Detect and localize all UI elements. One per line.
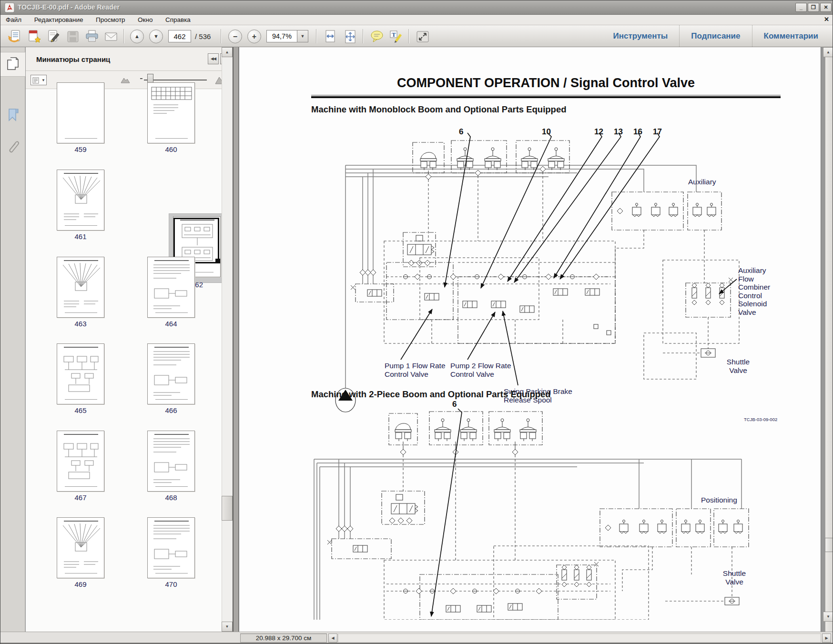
thumbnails-scrollbar-thumb[interactable] bbox=[222, 496, 233, 521]
section2-heading: Machine with 2-Piece Boom and Optional P… bbox=[311, 389, 551, 400]
thumbnail-number: 464 bbox=[147, 320, 195, 328]
callout-12: 12 bbox=[594, 127, 603, 137]
menu-help[interactable]: Справка bbox=[160, 15, 196, 25]
label-pump2-flow-rate: Pump 2 Flow Rate Control Valve bbox=[450, 362, 511, 378]
thumbnail-number: 466 bbox=[147, 406, 195, 414]
toolbar-right-tabs: Инструменты Подписание Комментарии bbox=[602, 25, 830, 47]
thumbnails-scroll-down-button[interactable]: ▼ bbox=[222, 622, 233, 632]
label-aux-flow-combiner: Auxiliary Flow Combiner Control Solenoid… bbox=[738, 266, 770, 316]
thumbnail-page-461[interactable]: 461 bbox=[57, 170, 104, 241]
page-size-indicator: 20.988 x 29.700 см bbox=[240, 634, 327, 643]
status-bar: 20.988 x 29.700 см ◀ ▶ bbox=[0, 632, 833, 644]
sign-document-button[interactable] bbox=[46, 29, 61, 44]
tab-comment[interactable]: Комментарии bbox=[752, 25, 830, 47]
thumbnails-scroll-up-button[interactable]: ▲ bbox=[222, 47, 233, 57]
thumbnail-page-459[interactable]: 459 bbox=[57, 82, 104, 153]
thumbnail-page-467[interactable]: 467 bbox=[57, 431, 104, 502]
pdf-page-462: COMPONENT OPERATION / Signal Control Val… bbox=[239, 47, 821, 632]
fit-page-button[interactable] bbox=[343, 29, 358, 44]
adobe-reader-icon bbox=[4, 2, 15, 13]
zoom-level-input[interactable] bbox=[266, 30, 297, 42]
document-scroll-up-button[interactable]: ▲ bbox=[823, 47, 833, 57]
reduce-thumbnails-icon[interactable] bbox=[120, 76, 131, 84]
document-title: COMPONENT OPERATION / Signal Control Val… bbox=[311, 76, 781, 91]
save-button[interactable] bbox=[65, 29, 81, 44]
panel-title: Миниатюры страниц bbox=[36, 55, 110, 63]
thumbnail-number: 463 bbox=[57, 320, 104, 328]
attachments-icon[interactable] bbox=[6, 139, 20, 155]
thumbnail-number: 459 bbox=[57, 145, 104, 153]
label-shuttle-valve-2: Shuttle Valve bbox=[715, 569, 753, 586]
label-auxiliary: Auxiliary bbox=[688, 178, 716, 186]
bookmarks-icon[interactable] bbox=[6, 107, 20, 123]
thumbnail-number: 468 bbox=[147, 493, 195, 502]
thumbnails-scrollbar[interactable] bbox=[222, 47, 233, 632]
window-title: TOCJB-E-00.pdf - Adobe Reader bbox=[18, 3, 120, 11]
svg-text:T: T bbox=[392, 31, 396, 38]
minimize-button[interactable]: _ bbox=[795, 3, 807, 12]
thumbnail-page-470[interactable]: 470 bbox=[147, 517, 195, 588]
document-close-icon[interactable]: ✕ bbox=[824, 16, 829, 23]
menu-window[interactable]: Окно bbox=[132, 15, 158, 25]
callout-17: 17 bbox=[653, 127, 662, 137]
menu-file[interactable]: Файл bbox=[0, 15, 27, 25]
create-pdf-button[interactable] bbox=[26, 29, 41, 44]
thumbnail-number: 467 bbox=[57, 493, 104, 502]
page-total-label: / 536 bbox=[195, 32, 211, 40]
fit-width-button[interactable] bbox=[323, 29, 338, 44]
highlight-text-button[interactable]: T bbox=[388, 29, 404, 44]
print-button[interactable] bbox=[84, 29, 100, 44]
comment-button[interactable] bbox=[369, 29, 385, 44]
document-view: COMPONENT OPERATION / Signal Control Val… bbox=[239, 47, 825, 632]
label-shuttle-valve-1: Shuttle Valve bbox=[719, 358, 757, 374]
page-thumbnails-icon[interactable] bbox=[6, 56, 20, 72]
close-button[interactable]: ✕ bbox=[820, 3, 832, 12]
thumbnail-number: 469 bbox=[57, 580, 104, 588]
maximize-button[interactable]: ❐ bbox=[808, 3, 819, 12]
thumbnail-page-460[interactable]: 460 bbox=[147, 82, 195, 153]
menu-view[interactable]: Просмотр bbox=[91, 15, 131, 25]
panel-splitter[interactable] bbox=[233, 47, 239, 632]
document-scrollbar-thumb[interactable] bbox=[825, 538, 833, 552]
thumbnail-number: 460 bbox=[147, 145, 195, 153]
thumbnail-page-468[interactable]: 468 bbox=[147, 431, 195, 502]
thumbnail-options-menu-button[interactable]: ▼ bbox=[30, 75, 47, 85]
title-rule bbox=[311, 95, 781, 98]
fullscreen-button[interactable] bbox=[415, 29, 430, 44]
thumbnail-page-469[interactable]: 469 bbox=[57, 517, 104, 588]
email-button[interactable] bbox=[103, 29, 119, 44]
document-scroll-down-button[interactable]: ▼ bbox=[823, 612, 833, 622]
tab-sign[interactable]: Подписание bbox=[679, 25, 752, 47]
two-piece-boom-schematic bbox=[310, 403, 787, 620]
horizontal-scroll-right-button[interactable]: ▶ bbox=[822, 634, 831, 643]
horizontal-scroll-left-button[interactable]: ◀ bbox=[328, 634, 337, 643]
label-pump1-flow-rate: Pump 1 Flow Rate Control Valve bbox=[385, 362, 446, 378]
menu-edit[interactable]: Редактирование bbox=[29, 15, 89, 25]
callout-10: 10 bbox=[542, 127, 551, 137]
section1-heading: Machine with Monoblock Boom and Optional… bbox=[311, 104, 567, 115]
tab-tools[interactable]: Инструменты bbox=[602, 25, 680, 47]
next-page-button[interactable]: ▼ bbox=[149, 30, 163, 43]
monoblock-boom-schematic bbox=[310, 120, 787, 424]
title-bar: TOCJB-E-00.pdf - Adobe Reader _ ❐ ✕ bbox=[0, 0, 833, 15]
menu-bar: Файл Редактирование Просмотр Окно Справк… bbox=[0, 15, 833, 25]
label-positioning: Positioning bbox=[701, 496, 737, 504]
collapse-panel-button[interactable]: ◀◀ bbox=[208, 53, 219, 64]
previous-page-button[interactable]: ▲ bbox=[130, 30, 144, 43]
thumbnail-number: 461 bbox=[57, 232, 104, 241]
horizontal-scrollbar[interactable] bbox=[338, 634, 821, 643]
navigation-pane-strip bbox=[0, 47, 25, 632]
callout-13: 13 bbox=[614, 127, 623, 137]
callout-6: 6 bbox=[459, 127, 463, 137]
thumbnail-page-464[interactable]: 464 bbox=[147, 257, 195, 328]
thumbnail-page-465[interactable]: 465 bbox=[57, 343, 104, 414]
zoom-dropdown-button[interactable]: ▼ bbox=[297, 30, 308, 42]
open-file-button[interactable] bbox=[7, 29, 22, 44]
zoom-in-button[interactable]: + bbox=[247, 30, 261, 43]
thumbnail-page-466[interactable]: 466 bbox=[147, 343, 195, 414]
visible-area-handle[interactable] bbox=[215, 259, 220, 263]
thumbnail-number: 470 bbox=[147, 580, 195, 588]
page-number-input[interactable] bbox=[168, 30, 191, 42]
thumbnail-page-463[interactable]: 463 bbox=[57, 257, 104, 328]
zoom-out-button[interactable]: − bbox=[228, 30, 242, 43]
